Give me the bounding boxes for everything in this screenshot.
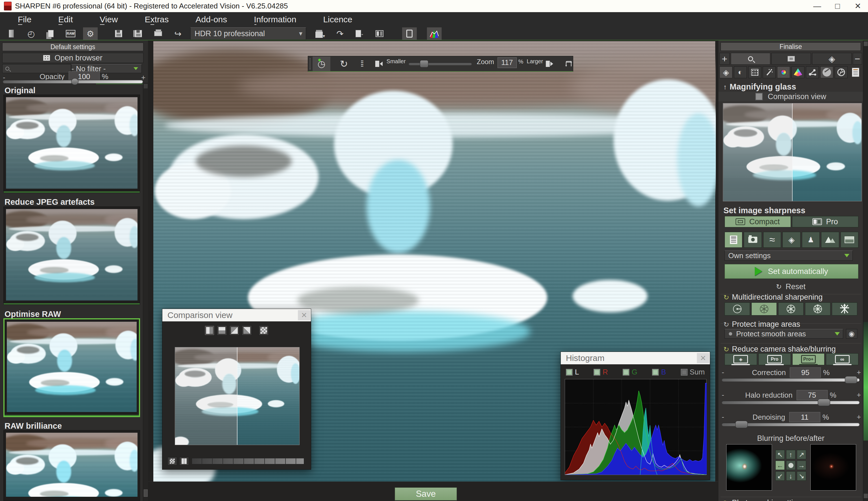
histogram-toggle-icon[interactable] xyxy=(427,28,442,40)
colorcube-tool-icon[interactable] xyxy=(792,66,804,78)
arrow-up[interactable]: ↑ xyxy=(786,450,795,459)
channel-r-checkbox[interactable] xyxy=(593,369,600,376)
compact-mode-button[interactable]: Compact xyxy=(725,216,791,227)
apply-settings-icon[interactable]: ↷ xyxy=(333,28,347,40)
magnifier-tab[interactable] xyxy=(731,53,770,65)
correction-plus[interactable]: + xyxy=(857,368,861,377)
comparison-window-titlebar[interactable]: Comparison view ✕ xyxy=(162,309,311,321)
correction-slider[interactable] xyxy=(722,378,859,382)
arrow-right[interactable]: → xyxy=(797,461,806,470)
collapse-section-button[interactable]: − xyxy=(853,53,862,65)
preset-card-reduce-jpeg[interactable] xyxy=(3,206,140,305)
magnifier-preview[interactable] xyxy=(723,103,862,201)
denoising-thumb[interactable] xyxy=(735,421,748,428)
center-dot[interactable] xyxy=(786,461,795,470)
close-button[interactable]: ✕ xyxy=(848,0,868,12)
print-icon[interactable] xyxy=(151,28,165,40)
tag-tab[interactable]: ◈ xyxy=(812,53,851,65)
export-icon[interactable]: ↪ xyxy=(171,28,185,40)
nodes-tool-icon[interactable] xyxy=(806,66,819,78)
report-doc-icon[interactable] xyxy=(849,66,862,78)
panel-scrollbar-down[interactable] xyxy=(864,494,868,498)
set-automatically-button[interactable]: Set automatically xyxy=(725,264,858,279)
minimize-button[interactable]: — xyxy=(807,0,827,12)
reset-button[interactable]: ↻ Reset xyxy=(718,281,863,292)
split-mosaic-icon[interactable] xyxy=(259,325,269,335)
preset-card-optimise-raw[interactable] xyxy=(3,318,140,417)
arrow-up-right[interactable]: ↗ xyxy=(797,450,806,459)
pro-mode-button[interactable]: Pro xyxy=(792,216,858,227)
comparison-view-checkbox[interactable] xyxy=(756,93,763,100)
frame-tab[interactable] xyxy=(771,53,811,65)
channel-l-checkbox[interactable] xyxy=(566,369,572,376)
correction-value[interactable]: 95 xyxy=(790,367,821,377)
export-doc-icon[interactable]: → xyxy=(352,28,367,40)
panel-scrollbar-thumb[interactable] xyxy=(864,322,868,440)
batch-layout-icon[interactable]: ▾ xyxy=(313,28,328,40)
menu-licence[interactable]: Licence xyxy=(323,15,352,24)
menu-file[interactable]: File xyxy=(18,15,31,24)
direction-10-icon[interactable] xyxy=(805,302,831,316)
preset-card-original[interactable] xyxy=(3,95,140,193)
redo-icon[interactable]: ↻ xyxy=(340,58,348,70)
split-diagonal-reverse-icon[interactable] xyxy=(242,325,252,335)
histogram-window[interactable]: Histogram ✕ L R G B Sum xyxy=(560,352,710,480)
channel-sum-checkbox[interactable] xyxy=(681,369,688,376)
denoising-minus[interactable]: - xyxy=(722,413,724,422)
category-camera-icon[interactable] xyxy=(744,232,762,248)
menu-extras[interactable]: Extras xyxy=(145,15,169,24)
split-horizontal-icon[interactable] xyxy=(217,325,227,335)
arrow-down-right[interactable]: ↘ xyxy=(797,471,806,481)
refresh-icon[interactable]: ↻ xyxy=(724,294,729,301)
raw-settings-icon[interactable]: RAW xyxy=(63,28,78,40)
direction-star-icon[interactable] xyxy=(832,302,857,316)
category-mountains-icon[interactable] xyxy=(821,232,839,248)
maximize-button[interactable]: □ xyxy=(827,0,848,12)
category-gem-icon[interactable]: ◈ xyxy=(782,232,800,248)
halo-slider[interactable] xyxy=(722,401,859,404)
shake-infinite-button[interactable]: ∞ xyxy=(826,353,858,365)
split-vertical-icon[interactable] xyxy=(204,325,215,335)
protect-preview-icon[interactable]: ◉ xyxy=(846,329,857,339)
add-section-button[interactable]: + xyxy=(719,53,730,65)
split-diagonal-icon[interactable] xyxy=(229,325,239,335)
collapse-arrow-icon[interactable]: ↑ xyxy=(724,83,727,91)
zoom-slider-thumb[interactable] xyxy=(420,60,428,67)
shake-basic-button[interactable]: ◈ xyxy=(725,353,757,365)
zoom-out-icon[interactable] xyxy=(375,61,383,67)
opacity-slider[interactable] xyxy=(3,80,143,83)
direction-6-icon[interactable] xyxy=(751,302,777,316)
histogram-window-titlebar[interactable]: Histogram ✕ xyxy=(561,352,710,364)
shake-proplus-button[interactable]: Pro+ xyxy=(792,353,825,365)
comparison-divider[interactable] xyxy=(237,348,237,445)
menu-addons[interactable]: Add-ons xyxy=(196,15,227,24)
split-toggle-icon[interactable] xyxy=(179,457,189,466)
history-icon[interactable]: ◴ xyxy=(24,28,39,40)
menu-information[interactable]: Information xyxy=(254,15,296,24)
copy-pages-icon[interactable] xyxy=(43,28,58,40)
halo-minus[interactable]: - xyxy=(722,391,724,399)
category-document-icon[interactable] xyxy=(725,232,742,248)
panel-scrollbar-up[interactable] xyxy=(864,42,868,46)
scrollbar-thumb[interactable] xyxy=(144,489,148,497)
shake-pro-button[interactable]: Pro xyxy=(759,353,791,365)
photo-refresh-icon[interactable]: ↻ xyxy=(724,499,729,501)
checker-toggle-icon[interactable] xyxy=(168,457,177,466)
toolbar-drag-handle[interactable] xyxy=(310,58,310,70)
halo-plus[interactable]: + xyxy=(857,391,861,399)
panel-toggle-icon[interactable] xyxy=(402,28,417,40)
category-portrait-icon[interactable]: ♟ xyxy=(802,232,820,248)
arrow-down[interactable]: ↓ xyxy=(786,471,795,481)
menu-view[interactable]: View xyxy=(100,15,118,24)
own-settings-dropdown[interactable]: Own settings xyxy=(725,250,853,261)
open-browser-button[interactable]: Open browser xyxy=(2,53,143,63)
protect-refresh-icon[interactable]: ↻ xyxy=(724,321,729,329)
histogram-close-icon[interactable]: ✕ xyxy=(697,353,709,363)
crop-rotate-icon[interactable] xyxy=(565,58,573,70)
colorwheel-tool-icon[interactable] xyxy=(777,66,790,78)
scrollbar-up-button[interactable] xyxy=(144,84,148,88)
comparison-view-window[interactable]: Comparison view ✕ xyxy=(162,309,311,470)
gem-tool-icon[interactable]: ◈ xyxy=(719,66,732,78)
arrow-down-left[interactable]: ↙ xyxy=(775,471,785,481)
zoom-in-icon[interactable] xyxy=(546,61,553,67)
